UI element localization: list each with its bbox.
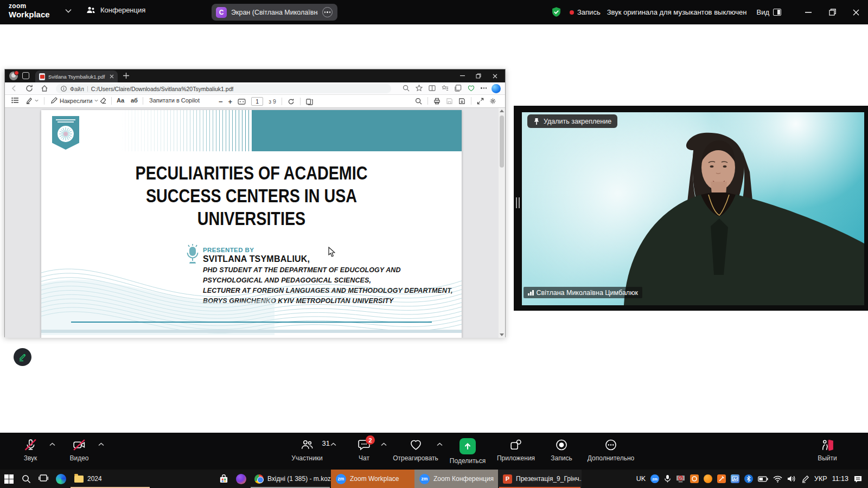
notification-center-icon[interactable] (853, 475, 863, 483)
minimize-button[interactable] (796, 0, 820, 24)
browser-close-button[interactable] (487, 69, 503, 82)
tab-screen-label: Экран (Світлана Миколаївна Ці (231, 9, 318, 16)
tray-mic-icon[interactable] (664, 474, 671, 483)
pdf-highlight-icon[interactable] (25, 97, 39, 104)
store-taskbar-icon[interactable] (215, 470, 232, 488)
pdf-translate-icon[interactable]: аб (131, 97, 138, 104)
chat-unread-badge: 2 (366, 435, 375, 445)
url-field[interactable]: Файл C:/Users/Claire/Downloads/Svitlana%… (56, 84, 391, 93)
pdf-eraser-icon[interactable] (100, 97, 107, 104)
tray-rocket-icon[interactable] (717, 474, 726, 483)
pdf-ask-copilot-button[interactable]: Запитати в Copilot (149, 97, 200, 104)
unpin-button[interactable]: Удалить закрепление (527, 114, 617, 128)
browser-minimize-button[interactable] (454, 69, 470, 82)
chrome-window-label: Вхідні (1 385) - m.koz... (267, 475, 331, 483)
pdf-settings-gear-icon[interactable] (489, 98, 496, 105)
pdf-zoom-in-icon[interactable]: + (228, 98, 233, 106)
brave-taskbar-icon[interactable] (232, 470, 250, 488)
taskbar-folder-window[interactable]: 2024 (69, 470, 151, 488)
record-icon (554, 438, 569, 452)
audio-level-icon (528, 290, 534, 296)
video-options-chevron-icon[interactable] (98, 442, 104, 446)
pdf-read-aloud-icon[interactable]: Aa (117, 97, 124, 104)
tab-screen-share[interactable]: C Экран (Світлана Миколаївна Ці (212, 4, 337, 21)
edge-taskbar-icon[interactable] (52, 470, 69, 488)
pdf-scrollbar[interactable] (499, 108, 505, 338)
taskbar-chrome-window[interactable]: Вхідні (1 385) - m.koz... (250, 470, 331, 488)
shared-browser-window: Svitlana Tsymbaliuk1.pdf Файл C:/Users/C… (4, 69, 506, 337)
tab-close-icon[interactable] (110, 74, 114, 79)
tray-wifi-icon[interactable] (773, 476, 782, 483)
pdf-save-icon[interactable] (446, 98, 453, 105)
favorite-star-icon[interactable] (416, 85, 423, 92)
pdf-zoom-out-icon[interactable]: − (219, 98, 223, 106)
tray-pen-icon[interactable] (801, 475, 809, 483)
tray-language-uk[interactable]: УКР (814, 475, 827, 483)
more-button[interactable]: Дополнительно (578, 438, 643, 462)
home-icon[interactable] (41, 85, 48, 92)
browser-restore-button[interactable] (470, 69, 487, 82)
browser-essentials-icon[interactable] (468, 85, 475, 92)
taskbar-search-icon[interactable] (17, 470, 35, 488)
annotate-button[interactable] (14, 348, 31, 366)
pdf-page-input[interactable]: 1 (251, 97, 263, 106)
security-shield-icon[interactable] (551, 7, 562, 18)
pdf-save-as-icon[interactable] (458, 98, 465, 105)
close-button[interactable] (844, 0, 868, 24)
tab-meeting[interactable]: Конференция (86, 5, 145, 15)
pdf-page-total: з 9 (269, 98, 276, 105)
back-icon[interactable] (10, 85, 18, 92)
start-button[interactable] (0, 470, 17, 488)
video-panel: Удалить закрепление Світлана Миколаївна … (514, 106, 868, 311)
participant-video[interactable]: Удалить закрепление Світлана Миколаївна … (522, 112, 864, 305)
browser-menu-icon[interactable] (481, 87, 487, 88)
tray-photos-icon[interactable] (731, 474, 739, 483)
mic-muted-icon (24, 438, 37, 452)
video-button[interactable]: Видео (47, 438, 112, 462)
tray-recorder-icon[interactable] (690, 474, 699, 483)
restore-button[interactable] (820, 0, 844, 24)
zoom-app-icon: zm (419, 474, 430, 484)
pdf-file-icon (39, 73, 45, 80)
view-button[interactable]: Вид (756, 8, 781, 16)
scrollbar-thumb[interactable] (500, 115, 504, 168)
tray-volume-icon[interactable] (787, 475, 796, 483)
zoom-meeting-window: zoom Workplace Конференция C Экран (Світ… (0, 0, 868, 488)
microphone-graphic-icon (186, 243, 200, 264)
pdf-fit-width-icon[interactable] (238, 99, 246, 105)
participants-button[interactable]: 31 Участники (275, 438, 340, 462)
tray-bluetooth-icon[interactable] (744, 474, 753, 483)
tray-clock[interactable]: 11:13 (832, 475, 848, 483)
collections-icon[interactable] (455, 85, 462, 92)
taskbar-zoom-meeting-window[interactable]: zm Zoom Конференция (414, 470, 498, 488)
tray-display-blocked-icon[interactable] (676, 475, 685, 483)
tray-zoom-icon[interactable]: zm (650, 474, 659, 483)
pdf-fullscreen-icon[interactable] (477, 98, 484, 105)
refresh-icon[interactable] (25, 85, 33, 92)
favorites-bar-icon[interactable] (442, 85, 449, 92)
pdf-search-icon[interactable] (415, 98, 422, 105)
tab-screen-more-icon[interactable] (322, 7, 333, 17)
split-screen-icon[interactable] (429, 85, 436, 92)
pdf-page-view-icon[interactable] (306, 98, 313, 105)
browser-tab[interactable]: Svitlana Tsymbaliuk1.pdf (35, 70, 118, 82)
info-icon[interactable] (61, 86, 67, 92)
tray-battery-icon[interactable] (758, 476, 768, 482)
zoom-page-icon[interactable] (403, 85, 410, 92)
pdf-print-icon[interactable] (433, 98, 441, 105)
taskbar-zoom-workplace-window[interactable]: zm Zoom Workplace (331, 470, 414, 488)
copilot-icon[interactable] (492, 84, 501, 93)
taskbar-powerpoint-window[interactable]: P Презентація_9_Грінч... (498, 470, 582, 488)
panel-resize-handle[interactable] (516, 197, 520, 208)
tab-search-icon[interactable] (22, 72, 29, 79)
brand-chevron-down-icon[interactable] (65, 9, 72, 13)
browser-profile-icon[interactable] (9, 72, 18, 80)
leave-button[interactable]: Выйти (795, 438, 860, 462)
pdf-contents-icon[interactable] (11, 97, 19, 104)
new-tab-icon[interactable] (123, 73, 129, 79)
pdf-draw-button[interactable]: Накреслити (50, 97, 98, 104)
task-view-icon[interactable] (35, 470, 52, 488)
pdf-rotate-icon[interactable] (288, 98, 295, 105)
tray-avast-icon[interactable] (704, 474, 712, 483)
tray-language-en[interactable]: UK (636, 475, 646, 483)
